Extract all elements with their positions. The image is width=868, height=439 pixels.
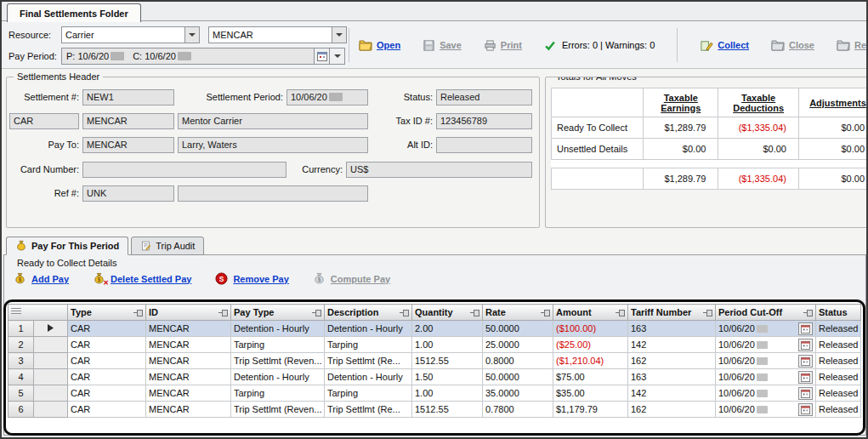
select-all-header[interactable] — [9, 305, 68, 321]
col-adjustments[interactable]: Adjustments — [798, 88, 868, 117]
calendar-icon[interactable] — [314, 48, 330, 65]
remove-pay-button[interactable]: S Remove Pay — [215, 272, 288, 285]
row-indicator — [34, 337, 68, 353]
pay-to-id-field[interactable]: MENCAR — [82, 137, 174, 153]
card-number-field[interactable] — [82, 162, 286, 178]
resource-label: Resource: — [9, 30, 61, 40]
redaction — [329, 93, 343, 101]
totals-corner-header — [552, 88, 644, 117]
pay-period-field[interactable]: P: 10/6/20 C: 10/6/20 — [61, 48, 315, 65]
pin-icon[interactable] — [541, 309, 550, 316]
row-number[interactable]: 6 — [9, 402, 34, 418]
currency-field[interactable]: US$ — [346, 162, 532, 178]
row-number[interactable]: 3 — [9, 353, 34, 369]
reopen-button[interactable]: Re-Open — [837, 39, 868, 51]
svg-text:$: $ — [19, 277, 22, 283]
resource-id-select[interactable]: MENCAR — [208, 26, 347, 43]
adjustments-value: $0.00 — [798, 139, 868, 160]
print-button[interactable]: Print — [484, 39, 522, 52]
cell-period-cut-off: 10/06/20 — [716, 353, 816, 369]
pay-to-name-field[interactable]: Larry, Waters — [178, 137, 368, 153]
calendar-icon[interactable] — [798, 371, 813, 384]
resource-code-field[interactable]: CAR — [9, 113, 79, 129]
col-tariff-number[interactable]: Tariff Number — [628, 305, 716, 321]
earnings-total: $1,289.79 — [644, 168, 718, 190]
row-number[interactable]: 5 — [9, 385, 34, 402]
cell-status: Released — [816, 337, 861, 353]
tax-id-field[interactable]: 123456789 — [436, 113, 532, 129]
row-number[interactable]: 1 — [9, 321, 34, 337]
resource-type-select[interactable]: Carrier — [61, 26, 200, 43]
pin-icon[interactable] — [218, 309, 228, 316]
money-bag-icon — [15, 240, 27, 252]
settlement-period-label: Settlement Period: — [198, 89, 283, 105]
compute-pay-button[interactable]: $ Compute Pay — [313, 272, 390, 285]
add-pay-button[interactable]: $ Add Pay — [14, 272, 69, 285]
pin-icon[interactable] — [400, 309, 409, 316]
pin-icon[interactable] — [312, 309, 321, 316]
chevron-down-icon[interactable] — [332, 27, 346, 43]
cell-description: Trip Settlmt (Re... — [325, 353, 412, 369]
table-row[interactable]: 5 CAR MENCAR Tarping Tarping 1.00 35.000… — [9, 385, 861, 402]
table-row[interactable]: 4 CAR MENCAR Detention - Hourly Detentio… — [9, 369, 861, 385]
open-button[interactable]: Open — [359, 39, 400, 51]
cell-quantity: 2.00 — [412, 321, 483, 337]
col-id[interactable]: ID — [146, 305, 231, 321]
col-taxable-deductions[interactable]: Taxable Deductions — [718, 88, 799, 117]
delete-settled-pay-button[interactable]: $ Delete Settled Pay — [93, 272, 191, 285]
row-number[interactable]: 4 — [9, 369, 34, 385]
alt-id-field[interactable] — [436, 137, 532, 153]
table-row[interactable]: 3 CAR MENCAR Trip Settlmt (Reven... Trip… — [9, 353, 861, 369]
table-row[interactable]: 2 CAR MENCAR Tarping Tarping 1.00 25.000… — [9, 337, 861, 353]
col-amount[interactable]: Amount — [553, 305, 628, 321]
calendar-icon[interactable] — [798, 387, 813, 400]
redaction — [757, 357, 768, 365]
close-button[interactable]: Close — [771, 39, 814, 51]
pay-to-label: Pay To: — [7, 137, 79, 153]
pin-icon[interactable] — [616, 309, 625, 316]
toolbar-fields: Resource: Carrier MENCAR Pay Period: P: … — [9, 26, 355, 68]
chevron-down-icon[interactable] — [184, 27, 199, 43]
col-type[interactable]: Type — [68, 305, 146, 321]
col-rate[interactable]: Rate — [483, 305, 553, 321]
cell-description: Trip Settlmt (Re... — [325, 402, 412, 418]
pin-icon[interactable] — [470, 309, 479, 316]
tab-pay-for-this-period[interactable]: Pay For This Period — [6, 237, 128, 255]
settlement-period-field[interactable]: 10/06/20 — [286, 89, 368, 105]
window-tab-row: Final Settlements Folder — [2, 2, 866, 21]
settlement-number-field[interactable]: NEW1 — [82, 89, 174, 105]
cell-id: MENCAR — [146, 402, 231, 418]
resource-name-field[interactable]: Mentor Carrier — [178, 113, 368, 129]
cell-type: CAR — [68, 353, 146, 369]
calendar-icon[interactable] — [798, 403, 813, 416]
calendar-icon[interactable] — [798, 355, 813, 368]
col-description[interactable]: Description — [325, 305, 412, 321]
col-status[interactable]: Status — [816, 305, 861, 321]
col-period-cut-off[interactable]: Period Cut-Off — [716, 305, 816, 321]
row-number[interactable]: 2 — [9, 337, 34, 353]
calendar-icon[interactable] — [798, 322, 813, 335]
table-row[interactable]: 1 CAR MENCAR Detention - Hourly Detentio… — [9, 321, 861, 337]
chevron-down-icon[interactable] — [329, 48, 345, 65]
resource-id-field[interactable]: MENCAR — [82, 113, 174, 129]
save-button[interactable]: Save — [423, 39, 462, 52]
row-indicator — [34, 385, 68, 402]
ref-number-2-field[interactable] — [178, 185, 368, 202]
cell-id: MENCAR — [146, 385, 231, 402]
tab-final-settlements-folder[interactable]: Final Settlements Folder — [7, 3, 141, 22]
collect-button[interactable]: Collect — [700, 39, 749, 52]
calendar-icon[interactable] — [798, 339, 813, 351]
tab-trip-audit[interactable]: Trip Audit — [131, 237, 204, 255]
pin-icon[interactable] — [703, 309, 712, 316]
redaction — [178, 52, 191, 60]
pin-icon[interactable] — [133, 309, 143, 316]
pin-icon[interactable] — [803, 309, 813, 316]
collect-icon — [700, 39, 713, 52]
table-row[interactable]: 6 CAR MENCAR Trip Settlmt (Reven... Trip… — [9, 402, 861, 418]
folder-open-icon — [359, 39, 372, 51]
col-taxable-earnings[interactable]: Taxable Earnings — [644, 88, 718, 117]
status-field[interactable]: Released — [436, 89, 532, 105]
ref-number-field[interactable]: UNK — [82, 185, 174, 202]
col-pay-type[interactable]: Pay Type — [231, 305, 325, 321]
col-quantity[interactable]: Quantity — [412, 305, 483, 321]
